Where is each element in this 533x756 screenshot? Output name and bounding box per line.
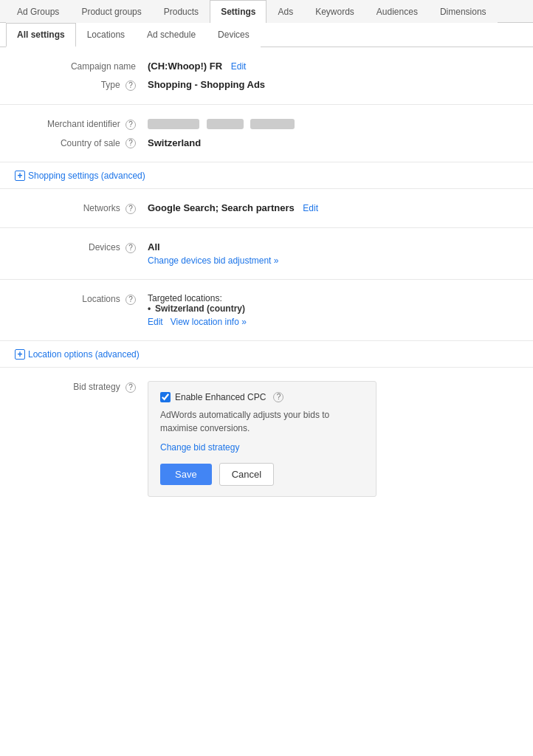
subtab-ad-schedule[interactable]: Ad schedule — [136, 23, 207, 47]
enhanced-cpc-label: Enable Enhanced CPC — [175, 392, 266, 402]
locations-value-block: Targeted locations: Switzerland (country… — [148, 293, 247, 327]
networks-question-icon[interactable]: ? — [125, 204, 136, 214]
country-row: Country of sale ? Switzerland — [15, 137, 518, 149]
merchant-question-icon[interactable]: ? — [125, 120, 136, 130]
country-value: Switzerland — [148, 137, 201, 148]
merchant-id-blur2 — [207, 119, 244, 129]
location-options-label: Location options (advanced) — [28, 349, 140, 360]
locations-section: Locations ? Targeted locations: Switzerl… — [0, 280, 533, 341]
settings-content: Campaign name (CH:Whoop!) FR Edit Type ?… — [0, 47, 533, 510]
tab-audiences[interactable]: Audiences — [365, 0, 429, 23]
bid-strategy-box: Enable Enhanced CPC ? AdWords automatica… — [148, 381, 376, 497]
shopping-advanced-link[interactable]: + Shopping settings (advanced) — [15, 171, 145, 181]
devices-value: All — [148, 241, 278, 252]
networks-edit-link[interactable]: Edit — [303, 203, 318, 213]
shopping-plus-icon: + — [15, 171, 25, 181]
bid-buttons: Save Cancel — [160, 463, 364, 486]
networks-value: Google Search; Search partners Edit — [148, 202, 318, 213]
locations-label: Locations ? — [15, 293, 148, 305]
location-links: Edit View location info » — [148, 317, 247, 327]
campaign-type-label: Type ? — [15, 79, 148, 91]
devices-label: Devices ? — [15, 241, 148, 253]
location-options-section: + Location options (advanced) — [0, 341, 533, 368]
bid-strategy-section: Bid strategy ? Enable Enhanced CPC ? AdW… — [0, 368, 533, 510]
tab-ad-groups[interactable]: Ad Groups — [6, 0, 70, 23]
tab-products[interactable]: Products — [153, 0, 210, 23]
tab-settings[interactable]: Settings — [210, 0, 266, 23]
bid-strategy-question-icon[interactable]: ? — [125, 382, 136, 393]
cancel-button[interactable]: Cancel — [219, 463, 274, 486]
campaign-type-row: Type ? Shopping - Shopping Ads — [15, 79, 518, 91]
shopping-advanced-label: Shopping settings (advanced) — [28, 171, 145, 181]
devices-section: Devices ? All Change devices bid adjustm… — [0, 228, 533, 280]
merchant-section: Merchant identifier ? Country of sale ? … — [0, 105, 533, 163]
merchant-id-blur1 — [148, 119, 199, 129]
networks-row: Networks ? Google Search; Search partner… — [15, 202, 518, 214]
country-label: Country of sale ? — [15, 137, 148, 149]
location-plus-icon: + — [15, 349, 25, 360]
devices-value-block: All Change devices bid adjustment » — [148, 241, 278, 266]
enhanced-cpc-question-icon[interactable]: ? — [273, 392, 283, 402]
shopping-advanced-section: + Shopping settings (advanced) — [0, 162, 533, 189]
devices-row: Devices ? All Change devices bid adjustm… — [15, 241, 518, 266]
campaign-name-value: (CH:Whoop!) FR Edit — [148, 61, 246, 72]
networks-section: Networks ? Google Search; Search partner… — [0, 189, 533, 228]
merchant-id-blur3 — [250, 119, 295, 129]
locations-question-icon[interactable]: ? — [125, 295, 136, 305]
change-bid-strategy-link[interactable]: Change bid strategy — [160, 442, 364, 453]
tab-ads[interactable]: Ads — [266, 0, 304, 23]
tab-product-groups[interactable]: Product groups — [70, 0, 152, 23]
campaign-name-text: (CH:Whoop!) FR — [148, 61, 222, 72]
subtab-all-settings[interactable]: All settings — [6, 23, 76, 47]
type-question-icon[interactable]: ? — [125, 80, 136, 91]
save-button[interactable]: Save — [160, 464, 212, 485]
change-devices-bid-link[interactable]: Change devices bid adjustment » — [148, 255, 278, 266]
tab-keywords[interactable]: Keywords — [304, 0, 365, 23]
location-options-link[interactable]: + Location options (advanced) — [15, 349, 140, 360]
campaign-name-label: Campaign name — [15, 61, 148, 72]
location-item: Switzerland (country) — [148, 303, 247, 314]
bid-strategy-row: Bid strategy ? Enable Enhanced CPC ? AdW… — [15, 381, 518, 497]
country-question-icon[interactable]: ? — [125, 138, 136, 148]
bid-description: AdWords automatically adjusts your bids … — [160, 408, 364, 435]
subtab-locations[interactable]: Locations — [76, 23, 136, 47]
merchant-id-label: Merchant identifier ? — [15, 118, 148, 130]
bid-checkbox-row: Enable Enhanced CPC ? — [160, 392, 364, 402]
merchant-id-row: Merchant identifier ? — [15, 118, 518, 130]
locations-edit-link[interactable]: Edit — [148, 317, 163, 327]
enhanced-cpc-checkbox[interactable] — [160, 392, 171, 402]
sub-tabs: All settings Locations Ad schedule Devic… — [0, 23, 533, 47]
targeted-label: Targeted locations: — [148, 293, 247, 303]
locations-row: Locations ? Targeted locations: Switzerl… — [15, 293, 518, 327]
bid-strategy-label: Bid strategy ? — [15, 381, 148, 393]
campaign-name-row: Campaign name (CH:Whoop!) FR Edit — [15, 61, 518, 72]
campaign-type-value: Shopping - Shopping Ads — [148, 79, 265, 90]
subtab-devices[interactable]: Devices — [207, 23, 261, 47]
campaign-section: Campaign name (CH:Whoop!) FR Edit Type ?… — [0, 47, 533, 105]
view-location-info-link[interactable]: View location info » — [171, 317, 247, 327]
devices-question-icon[interactable]: ? — [125, 243, 136, 253]
networks-label: Networks ? — [15, 202, 148, 214]
top-tabs: Ad Groups Product groups Products Settin… — [0, 0, 533, 23]
campaign-name-edit-link[interactable]: Edit — [231, 61, 247, 72]
merchant-id-value — [148, 118, 299, 130]
tab-dimensions[interactable]: Dimensions — [429, 0, 498, 23]
